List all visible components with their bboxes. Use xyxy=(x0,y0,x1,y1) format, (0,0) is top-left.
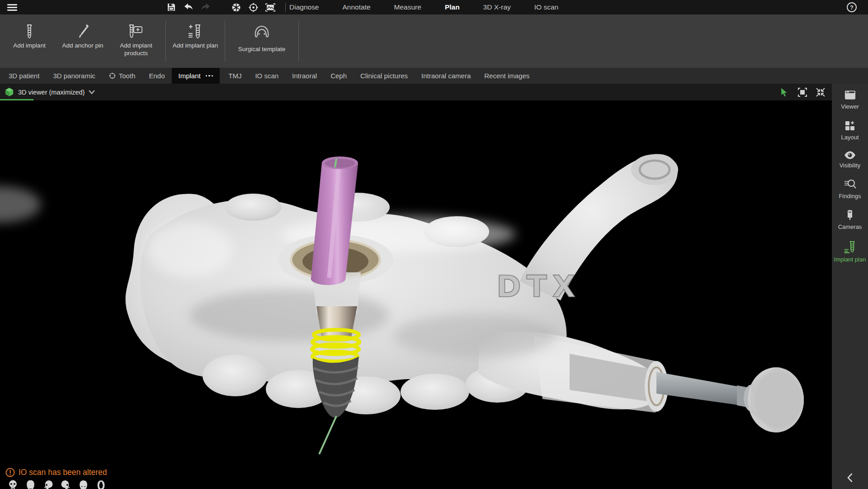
implant-plan-icon xyxy=(843,240,857,254)
implant-collar[interactable] xyxy=(316,306,357,339)
tab-ceph[interactable]: Ceph xyxy=(324,68,354,84)
top-menu-bar: Diagnose Annotate Measure Plan 3D X-ray … xyxy=(0,0,868,14)
tab-tmj[interactable]: TMJ xyxy=(222,68,248,84)
add-anchor-pin-button[interactable]: Add anchor pin xyxy=(56,14,109,68)
chevron-down-icon xyxy=(89,90,95,94)
tab-intraoral[interactable]: Intraoral xyxy=(285,68,324,84)
tab-endo[interactable]: Endo xyxy=(142,68,171,84)
eye-icon xyxy=(844,151,856,160)
sidebar-item-layout[interactable]: Layout xyxy=(832,120,868,141)
ribbon-divider xyxy=(165,21,166,62)
camera-plug-icon xyxy=(846,209,854,221)
skull-front-view-icon[interactable] xyxy=(7,480,18,489)
head-front-view-icon[interactable] xyxy=(25,480,36,489)
ribbon-divider xyxy=(298,21,299,62)
layout-grid-icon xyxy=(844,120,856,132)
skull-left-profile-icon[interactable] xyxy=(42,480,53,489)
menu-diagnose[interactable]: Diagnose xyxy=(289,3,319,11)
workspace-tab-bar: 3D patient 3D panoramic Tooth Endo Impla… xyxy=(0,68,868,84)
viewer-selector[interactable]: 3D viewer (maximized) xyxy=(5,87,95,97)
snapshot-icon[interactable] xyxy=(265,2,275,12)
sidebar-item-findings[interactable]: Findings xyxy=(832,179,868,199)
restore-size-icon[interactable] xyxy=(816,87,826,97)
sidebar-item-cameras[interactable]: Cameras xyxy=(832,209,868,230)
add-implant-plan-button[interactable]: Add implant plan xyxy=(169,14,222,68)
main-menu: Diagnose Annotate Measure Plan 3D X-ray … xyxy=(289,3,558,11)
menu-measure[interactable]: Measure xyxy=(394,3,421,11)
warning-text: IO scan has been altered xyxy=(19,468,107,477)
3d-scene: DTX xyxy=(0,100,832,489)
viewer-header: 3D viewer (maximized) xyxy=(0,84,832,100)
implant-icon xyxy=(23,22,36,42)
head-back-view-icon[interactable] xyxy=(78,480,89,489)
tab-overflow-ellipsis-icon[interactable] xyxy=(206,75,213,77)
sidebar-item-visibility[interactable]: Visibility xyxy=(832,151,868,169)
warning-icon xyxy=(5,468,15,477)
add-implant-plan-label: Add implant plan xyxy=(172,42,219,49)
tab-io-scan[interactable]: IO scan xyxy=(248,68,285,84)
surgical-template-button[interactable]: Surgical template xyxy=(228,14,296,68)
menu-annotate[interactable]: Annotate xyxy=(343,3,371,11)
save-icon[interactable] xyxy=(166,2,176,12)
viewer-title: 3D viewer (maximized) xyxy=(18,89,85,96)
add-implant-button[interactable]: Add implant xyxy=(3,14,56,68)
tab-implant[interactable]: Implant xyxy=(172,68,220,84)
implant-plan-icon xyxy=(187,22,203,42)
cursor-select-icon[interactable] xyxy=(779,87,789,97)
sidebar-item-implant-plan[interactable]: Implant plan xyxy=(832,240,868,263)
tab-recent-images[interactable]: Recent images xyxy=(477,68,536,84)
implant-products-icon xyxy=(127,22,146,42)
findings-search-icon xyxy=(844,179,856,190)
ribbon-divider xyxy=(225,21,225,62)
menu-plan[interactable]: Plan xyxy=(445,3,460,11)
add-implant-products-label: Add implant products xyxy=(113,42,160,57)
tab-clinical-pictures[interactable]: Clinical pictures xyxy=(354,68,415,84)
help-icon[interactable]: ? xyxy=(846,2,857,14)
plan-ribbon-toolbar: Add implant Add anchor pin Add implant p… xyxy=(0,14,868,68)
io-scan-warning: IO scan has been altered xyxy=(5,468,107,477)
tooth-target-icon xyxy=(109,72,116,79)
tab-3d-panoramic[interactable]: 3D panoramic xyxy=(46,68,102,84)
view-orientation-bar xyxy=(7,480,106,489)
add-implant-label: Add implant xyxy=(6,42,53,49)
skull-right-profile-icon[interactable] xyxy=(60,480,71,489)
right-panel-sidebar: Viewer Layout Visibility Findings Camera… xyxy=(832,84,868,489)
anchor-pin-icon xyxy=(75,22,90,42)
redo-icon xyxy=(201,2,211,12)
viewer-window-icon xyxy=(844,90,856,101)
add-anchor-pin-label: Add anchor pin xyxy=(59,42,106,49)
aperture-icon[interactable] xyxy=(231,2,241,12)
add-implant-products-button[interactable]: Add implant products xyxy=(109,14,163,68)
undo-icon[interactable] xyxy=(184,2,193,12)
fullscreen-icon[interactable] xyxy=(797,87,807,97)
watermark-text: DTX xyxy=(496,269,581,304)
cube-3d-icon xyxy=(5,87,14,97)
hamburger-menu-icon[interactable] xyxy=(7,4,17,11)
surgical-template-icon xyxy=(253,22,271,42)
3d-viewport[interactable]: DTX xyxy=(0,100,832,489)
tab-3d-patient[interactable]: 3D patient xyxy=(2,68,46,84)
tab-tooth[interactable]: Tooth xyxy=(102,68,142,84)
svg-text:?: ? xyxy=(850,4,854,11)
menu-io-scan[interactable]: IO scan xyxy=(534,3,558,11)
menu-3d-xray[interactable]: 3D X-ray xyxy=(483,3,511,11)
tab-intraoral-camera[interactable]: Intraoral camera xyxy=(415,68,477,84)
target-icon[interactable] xyxy=(248,2,258,12)
sidebar-item-viewer[interactable]: Viewer xyxy=(832,90,868,110)
jaw-bottom-view-icon[interactable] xyxy=(95,480,106,489)
collapse-panel-chevron-icon[interactable] xyxy=(832,473,868,483)
surgical-template-label: Surgical template xyxy=(230,45,293,53)
